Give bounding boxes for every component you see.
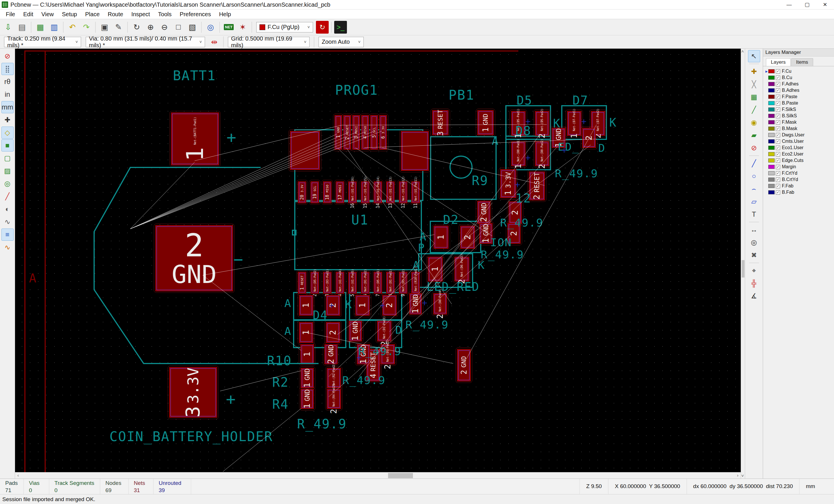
dimension-icon[interactable]: ↔ <box>748 224 760 236</box>
layer-visibility-checkbox[interactable]: ✓ <box>776 107 780 112</box>
silkscreen-text[interactable]: − <box>234 251 244 268</box>
highlight-net-icon[interactable]: ✚ <box>748 65 760 78</box>
redo-icon[interactable]: ↷ <box>80 21 93 34</box>
pcb-pad[interactable]: 14Net-(U1-Pad14) <box>374 181 382 203</box>
tab-layers[interactable]: Layers <box>766 58 791 66</box>
silkscreen-text[interactable]: PB1 <box>448 88 474 102</box>
silkscreen-text[interactable]: U1 <box>351 213 368 226</box>
units-inch-icon[interactable]: in <box>1 88 14 101</box>
pcb-pad[interactable]: 1GND <box>477 110 494 135</box>
pcb-pad[interactable]: 3RESET <box>432 110 448 135</box>
layer-color-swatch[interactable] <box>768 171 775 175</box>
menu-help[interactable]: Help <box>215 11 235 18</box>
layer-color-swatch[interactable] <box>768 114 775 118</box>
measure-icon[interactable]: ∡ <box>748 290 760 302</box>
pcb-pad[interactable]: 1 <box>299 295 313 316</box>
zones-outline-icon[interactable]: ▢ <box>1 152 14 164</box>
grid-visibility-icon[interactable]: ⣿ <box>1 63 14 75</box>
pcb-pad[interactable]: 2Net-(D5-Pad2) <box>535 111 549 136</box>
pcb-pad[interactable]: 4Net-(U1-Pad4) <box>336 272 344 294</box>
layer-visibility-checkbox[interactable]: ✓ <box>776 82 780 86</box>
layer-color-swatch[interactable] <box>768 178 775 182</box>
scroll-right-icon[interactable]: › <box>737 473 739 478</box>
layer-color-swatch[interactable] <box>768 69 775 73</box>
pcb-pad[interactable]: 1 <box>355 295 370 316</box>
pcb-pad[interactable] <box>290 131 320 170</box>
menu-setup[interactable]: Setup <box>58 11 81 18</box>
footprint-outline[interactable] <box>430 136 497 200</box>
via-size-dropdown[interactable]: Via: 0.80 mm (31.5 mils)/ 0.40 mm (15.7 … <box>86 37 205 47</box>
pcb-pad[interactable]: 5Net-(U1-Pad5) <box>348 272 357 294</box>
silkscreen-text[interactable]: R_49.9 <box>405 319 448 330</box>
silkscreen-text[interactable]: BATT1 <box>173 69 216 82</box>
layer-visibility-checkbox[interactable]: ✓ <box>776 152 780 156</box>
layer-row-b.cu[interactable]: ✓B.Cu <box>765 74 834 81</box>
layer-visibility-checkbox[interactable]: ✓ <box>776 127 780 131</box>
layer-color-swatch[interactable] <box>768 75 775 80</box>
grid-dropdown[interactable]: Grid: 0.5000 mm (19.69 mils) ˅ <box>228 37 310 47</box>
layer-color-swatch[interactable] <box>768 190 775 194</box>
silkscreen-text[interactable]: A <box>492 135 499 147</box>
pcb-pad[interactable]: 1GND <box>334 115 342 150</box>
auto-track-width-icon[interactable]: ⇹ <box>208 36 221 48</box>
layer-color-swatch[interactable] <box>768 95 775 99</box>
pcb-pad[interactable]: 16Net-(U1-Pad16) <box>348 181 357 203</box>
find-icon[interactable]: ◎ <box>204 21 217 34</box>
pcb-pad[interactable]: 203.3V <box>298 181 306 203</box>
pcb-pad[interactable]: 13Net-(U1-Pad13) <box>386 181 395 203</box>
silkscreen-text[interactable]: R9 <box>472 174 488 187</box>
pcb-pad[interactable]: 2Net-(D5-Pad2) <box>310 272 319 294</box>
refresh-icon[interactable]: ↻ <box>130 21 143 34</box>
drc-bug-icon[interactable]: ✶ <box>236 21 249 34</box>
drill-origin-icon[interactable]: ⌖ <box>748 264 760 277</box>
tab-items[interactable]: Items <box>791 58 813 66</box>
pcb-pad[interactable] <box>401 131 429 171</box>
layer-row-f.paste[interactable]: ✓F.Paste <box>765 93 834 100</box>
save-icon[interactable]: ⇩ <box>2 21 15 34</box>
silkscreen-text[interactable]: LED_RED <box>426 281 480 292</box>
menu-file[interactable]: File <box>2 11 19 18</box>
menu-preferences[interactable]: Preferences <box>176 11 215 18</box>
layer-color-swatch[interactable] <box>768 101 775 105</box>
menu-edit[interactable]: Edit <box>19 11 37 18</box>
pcb-pad[interactable]: 2RESET <box>344 115 351 150</box>
pcb-pad[interactable]: 1Net-(BATT1-Pad1) <box>171 112 219 166</box>
ratsnest-visibility-icon[interactable]: ◇ <box>1 127 14 139</box>
layer-row-f.adhes[interactable]: ✓F.Adhes <box>765 81 834 87</box>
scroll-up-icon[interactable]: ˄ <box>741 49 744 54</box>
add-text-icon[interactable]: T <box>748 208 760 220</box>
scripting-console-icon[interactable]: >_ <box>334 21 347 34</box>
footprint-outline[interactable] <box>294 201 422 270</box>
layer-visibility-checkbox[interactable]: ✓ <box>776 165 780 169</box>
zones-sketch-icon[interactable]: ▨ <box>1 165 14 177</box>
select-tool-icon[interactable]: ↖ <box>748 50 760 62</box>
layer-color-swatch[interactable] <box>768 165 775 169</box>
layer-color-swatch[interactable] <box>768 88 775 92</box>
zoom-selection-icon[interactable]: ▧ <box>186 21 199 34</box>
layer-row-edge.cuts[interactable]: ✓Edge.Cuts <box>765 157 834 163</box>
update-pcb-icon[interactable]: ↻ <box>316 21 329 34</box>
layer-visibility-checkbox[interactable]: ✓ <box>776 69 780 73</box>
pcb-pad[interactable]: 2GND <box>324 344 338 365</box>
graphic-polygon-icon[interactable]: ▱ <box>748 196 760 208</box>
pcb-pad[interactable]: 13.3V <box>500 169 516 198</box>
scroll-left-icon[interactable]: ‹ <box>17 473 19 478</box>
layer-target-icon[interactable]: ◎ <box>748 236 760 248</box>
high-contrast-icon[interactable]: ◐ <box>1 203 14 215</box>
pcb-pad[interactable]: 18MISO <box>323 181 332 203</box>
layer-visibility-checkbox[interactable]: ✓ <box>776 158 780 163</box>
layer-color-swatch[interactable] <box>768 146 775 150</box>
route-track-icon[interactable]: ╱ <box>748 104 760 116</box>
plot-icon[interactable]: ✎ <box>112 21 125 34</box>
pcb-pad[interactable]: 7Net-(D5-Pad1) <box>374 272 382 294</box>
silkscreen-text[interactable]: D8 <box>515 125 531 137</box>
silkscreen-text[interactable]: D4 <box>313 309 328 321</box>
layer-row-f.mask[interactable]: ✓F.Mask <box>765 119 834 126</box>
layer-visibility-checkbox[interactable]: ✓ <box>776 139 780 144</box>
layer-select[interactable]: F.Cu (PgUp)˅ <box>256 22 313 32</box>
menu-place[interactable]: Place <box>81 11 104 18</box>
layer-row-b.mask[interactable]: ✓B.Mask <box>765 126 834 132</box>
layer-visibility-checkbox[interactable]: ✓ <box>776 146 780 150</box>
layer-color-swatch[interactable] <box>768 127 775 131</box>
footprint-browser-icon[interactable]: ▥ <box>48 21 61 34</box>
